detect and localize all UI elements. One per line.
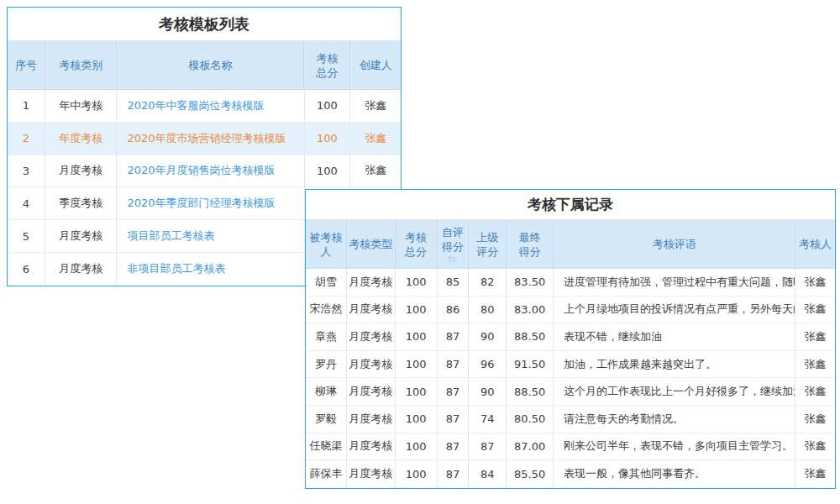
template-table-row[interactable]: 3月度考核2020年月度销售岗位考核模版100张鑫	[8, 155, 401, 188]
final-score-cell: 88.50	[507, 323, 554, 351]
assessor-cell: 张鑫	[795, 406, 835, 433]
row-index-cell: 4	[8, 187, 45, 220]
assessee-cell: 罗毅	[306, 406, 347, 433]
category-cell: 季度考核	[45, 187, 118, 220]
category-cell: 月度考核	[45, 220, 118, 253]
header-assessee: 被考核人	[306, 220, 347, 268]
template-name-cell: 2020年月度销售岗位考核模版	[117, 155, 304, 188]
row-index-cell: 5	[8, 220, 45, 253]
final-score-cell: 80.50	[507, 406, 554, 433]
page: { "colors": { "accent_border": "#2AA7E0"…	[0, 0, 840, 504]
assessment-total-cell: 100	[396, 323, 438, 351]
comment-cell: 请注意每天的考勤情况。	[554, 406, 795, 433]
assessment-type-cell: 月度考核	[347, 297, 396, 324]
comment-cell: 刚来公司半年，表现不错，多向项目主管学习。	[554, 433, 795, 461]
assessment-type-cell: 月度考核	[347, 433, 396, 461]
template-name-link[interactable]: 2020年季度部门经理考核模版	[127, 196, 275, 211]
records-table-card: 考核下属记录 被考核人 考核类型 考核总分 自评得分 上级评分 最终得分 考核评…	[305, 189, 836, 489]
row-index-cell: 3	[8, 155, 45, 188]
assessor-cell: 张鑫	[795, 269, 835, 297]
self-score-cell: 85	[438, 269, 470, 297]
assessment-type-cell: 月度考核	[347, 378, 396, 406]
row-index-cell: 1	[8, 90, 45, 123]
creator-cell: 张鑫	[350, 90, 401, 123]
final-score-cell: 87.00	[507, 433, 554, 461]
self-score-cell: 87	[438, 351, 470, 379]
assessment-total-cell: 100	[396, 460, 438, 488]
assessment-total-cell: 100	[396, 351, 438, 379]
template-name-link[interactable]: 2020年月度销售岗位考核模版	[127, 163, 275, 178]
total-score-cell: 100	[305, 155, 351, 188]
record-table-row[interactable]: 罗毅月度考核100877480.50请注意每天的考勤情况。张鑫	[306, 406, 835, 433]
assessor-cell: 张鑫	[795, 297, 835, 324]
record-table-row[interactable]: 任晓渠月度考核100878787.00刚来公司半年，表现不错，多向项目主管学习。…	[306, 433, 835, 461]
self-score-cell: 87	[438, 433, 470, 461]
category-cell: 月度考核	[45, 155, 118, 188]
header-category: 考核类别	[45, 41, 118, 89]
assessee-cell: 胡雪	[306, 269, 347, 297]
assessment-total-cell: 100	[396, 433, 438, 461]
sort-ascending-icon[interactable]	[448, 255, 457, 264]
assessment-type-cell: 月度考核	[347, 269, 396, 297]
assessment-total-cell: 100	[396, 378, 438, 406]
template-name-cell: 项目部员工考核表	[117, 220, 304, 253]
assessment-type-cell: 月度考核	[347, 406, 396, 433]
header-superior-score: 上级评分	[469, 220, 507, 268]
template-table-header: 序号 考核类别 模板名称 考核总分 创建人	[8, 41, 401, 90]
row-index-cell: 2	[8, 123, 45, 155]
template-name-link[interactable]: 项目部员工考核表	[127, 228, 214, 244]
total-score-cell: 100	[305, 90, 351, 123]
template-table-row[interactable]: 1年中考核2020年中客服岗位考核模版100张鑫	[8, 90, 401, 123]
self-score-cell: 87	[438, 323, 470, 351]
records-table-header: 被考核人 考核类型 考核总分 自评得分 上级评分 最终得分 考核评语 考核人	[306, 220, 835, 269]
self-score-cell: 86	[438, 297, 470, 324]
records-table-title: 考核下属记录	[306, 190, 835, 220]
template-table-title: 考核模板列表	[8, 8, 401, 41]
record-table-row[interactable]: 宋浩然月度考核100868083.00上个月绿地项目的投诉情况有点严重，另外每天…	[306, 297, 835, 324]
superior-score-cell: 84	[469, 460, 507, 488]
superior-score-cell: 96	[469, 351, 507, 379]
header-final-score: 最终得分	[507, 220, 554, 268]
template-name-link[interactable]: 2020年中客服岗位考核模版	[127, 98, 264, 113]
template-name-cell: 2020年度市场营销经理考核模版	[117, 123, 304, 155]
creator-cell: 张鑫	[350, 155, 401, 188]
self-score-cell: 87	[438, 406, 470, 433]
final-score-cell: 88.50	[507, 378, 554, 406]
superior-score-cell: 90	[469, 378, 507, 406]
assessee-cell: 宋浩然	[306, 297, 347, 324]
comment-cell: 表现不错，继续加油	[554, 323, 795, 351]
assessor-cell: 张鑫	[795, 351, 835, 379]
header-row-index: 序号	[8, 41, 45, 89]
superior-score-cell: 87	[469, 433, 507, 461]
assessment-total-cell: 100	[396, 406, 438, 433]
assessor-cell: 张鑫	[795, 460, 835, 488]
template-name-link[interactable]: 非项目部员工考核表	[127, 261, 225, 276]
superior-score-cell: 82	[469, 269, 507, 297]
comment-cell: 加油，工作成果越来越突出了。	[554, 351, 795, 379]
template-table-row[interactable]: 2年度考核2020年度市场营销经理考核模版100张鑫	[8, 123, 401, 155]
superior-score-cell: 80	[469, 297, 507, 324]
record-table-row[interactable]: 罗丹月度考核100879691.50加油，工作成果越来越突出了。张鑫	[306, 351, 835, 379]
assessor-cell: 张鑫	[795, 378, 835, 406]
assessor-cell: 张鑫	[795, 323, 835, 351]
record-table-row[interactable]: 章燕月度考核100879088.50表现不错，继续加油张鑫	[306, 323, 835, 351]
comment-cell: 这个月的工作表现比上一个月好很多了，继续加油！	[554, 378, 795, 406]
header-comment: 考核评语	[554, 220, 795, 268]
template-name-cell: 2020年季度部门经理考核模版	[117, 187, 304, 220]
category-cell: 年度考核	[45, 123, 118, 155]
record-table-row[interactable]: 薛保丰月度考核100878485.50表现一般，像其他同事看齐。张鑫	[306, 460, 835, 488]
header-assessment-type: 考核类型	[347, 220, 396, 268]
records-table-body: 胡雪月度考核100858283.50进度管理有待加强，管理过程中有重大问题，随时…	[306, 269, 835, 488]
final-score-cell: 83.50	[507, 269, 554, 297]
assessor-cell: 张鑫	[795, 433, 835, 461]
superior-score-cell: 74	[469, 406, 507, 433]
comment-cell: 上个月绿地项目的投诉情况有点严重，另外每天的...	[554, 297, 795, 324]
template-name-link[interactable]: 2020年度市场营销经理考核模版	[127, 131, 286, 146]
assessment-type-cell: 月度考核	[347, 351, 396, 379]
header-creator: 创建人	[350, 41, 401, 89]
record-table-row[interactable]: 胡雪月度考核100858283.50进度管理有待加强，管理过程中有重大问题，随时…	[306, 269, 835, 297]
header-self-score[interactable]: 自评得分	[438, 220, 470, 268]
record-table-row[interactable]: 柳琳月度考核100879088.50这个月的工作表现比上一个月好很多了，继续加油…	[306, 378, 835, 406]
assessment-total-cell: 100	[396, 269, 438, 297]
category-cell: 年中考核	[45, 90, 118, 123]
